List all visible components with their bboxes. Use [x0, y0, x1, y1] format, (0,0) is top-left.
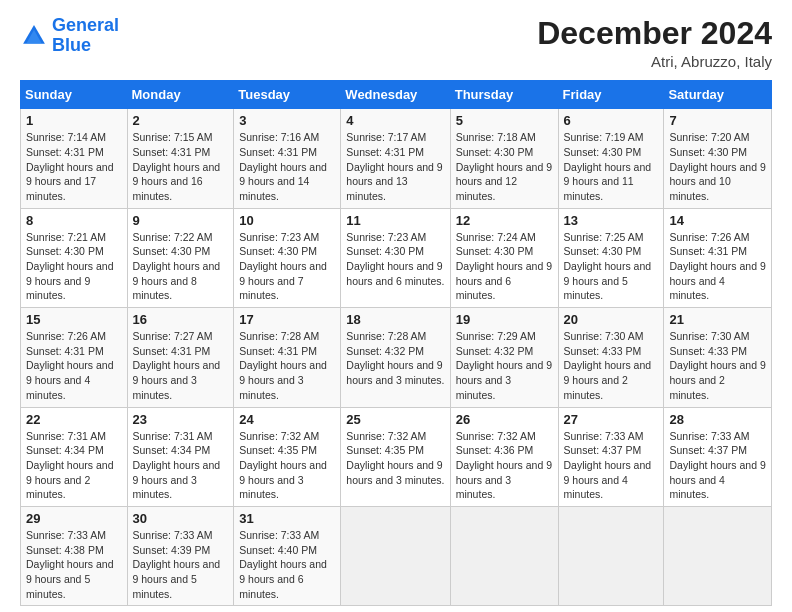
day-info: Sunrise: 7:26 AMSunset: 4:31 PMDaylight …	[26, 330, 114, 401]
day-number: 17	[239, 312, 335, 327]
day-number: 22	[26, 412, 122, 427]
col-thursday: Thursday	[450, 81, 558, 109]
col-wednesday: Wednesday	[341, 81, 450, 109]
calendar-week-row: 1 Sunrise: 7:14 AMSunset: 4:31 PMDayligh…	[21, 109, 772, 208]
day-info: Sunrise: 7:31 AMSunset: 4:34 PMDaylight …	[133, 430, 221, 501]
day-number: 29	[26, 511, 122, 526]
day-number: 11	[346, 213, 444, 228]
col-saturday: Saturday	[664, 81, 772, 109]
day-number: 28	[669, 412, 766, 427]
day-info: Sunrise: 7:15 AMSunset: 4:31 PMDaylight …	[133, 131, 221, 202]
col-tuesday: Tuesday	[234, 81, 341, 109]
day-info: Sunrise: 7:33 AMSunset: 4:39 PMDaylight …	[133, 529, 221, 600]
table-row: 11 Sunrise: 7:23 AMSunset: 4:30 PMDaylig…	[341, 208, 450, 307]
day-number: 3	[239, 113, 335, 128]
table-row: 17 Sunrise: 7:28 AMSunset: 4:31 PMDaylig…	[234, 308, 341, 407]
calendar-header-row: Sunday Monday Tuesday Wednesday Thursday…	[21, 81, 772, 109]
day-number: 9	[133, 213, 229, 228]
table-row: 15 Sunrise: 7:26 AMSunset: 4:31 PMDaylig…	[21, 308, 128, 407]
day-info: Sunrise: 7:28 AMSunset: 4:31 PMDaylight …	[239, 330, 327, 401]
table-row: 18 Sunrise: 7:28 AMSunset: 4:32 PMDaylig…	[341, 308, 450, 407]
table-row: 13 Sunrise: 7:25 AMSunset: 4:30 PMDaylig…	[558, 208, 664, 307]
day-info: Sunrise: 7:16 AMSunset: 4:31 PMDaylight …	[239, 131, 327, 202]
table-row: 23 Sunrise: 7:31 AMSunset: 4:34 PMDaylig…	[127, 407, 234, 506]
day-info: Sunrise: 7:28 AMSunset: 4:32 PMDaylight …	[346, 330, 444, 386]
table-row: 29 Sunrise: 7:33 AMSunset: 4:38 PMDaylig…	[21, 506, 128, 605]
day-number: 31	[239, 511, 335, 526]
day-info: Sunrise: 7:25 AMSunset: 4:30 PMDaylight …	[564, 231, 652, 302]
table-row: 1 Sunrise: 7:14 AMSunset: 4:31 PMDayligh…	[21, 109, 128, 208]
day-info: Sunrise: 7:26 AMSunset: 4:31 PMDaylight …	[669, 231, 765, 302]
month-title: December 2024	[537, 16, 772, 51]
table-row: 8 Sunrise: 7:21 AMSunset: 4:30 PMDayligh…	[21, 208, 128, 307]
table-row: 10 Sunrise: 7:23 AMSunset: 4:30 PMDaylig…	[234, 208, 341, 307]
day-number: 7	[669, 113, 766, 128]
table-row: 21 Sunrise: 7:30 AMSunset: 4:33 PMDaylig…	[664, 308, 772, 407]
table-row: 12 Sunrise: 7:24 AMSunset: 4:30 PMDaylig…	[450, 208, 558, 307]
day-info: Sunrise: 7:23 AMSunset: 4:30 PMDaylight …	[346, 231, 444, 287]
table-row: 7 Sunrise: 7:20 AMSunset: 4:30 PMDayligh…	[664, 109, 772, 208]
day-info: Sunrise: 7:33 AMSunset: 4:37 PMDaylight …	[564, 430, 652, 501]
day-number: 6	[564, 113, 659, 128]
table-row: 5 Sunrise: 7:18 AMSunset: 4:30 PMDayligh…	[450, 109, 558, 208]
calendar-week-row: 8 Sunrise: 7:21 AMSunset: 4:30 PMDayligh…	[21, 208, 772, 307]
day-number: 1	[26, 113, 122, 128]
day-number: 20	[564, 312, 659, 327]
day-number: 8	[26, 213, 122, 228]
day-info: Sunrise: 7:29 AMSunset: 4:32 PMDaylight …	[456, 330, 552, 401]
table-row: 27 Sunrise: 7:33 AMSunset: 4:37 PMDaylig…	[558, 407, 664, 506]
table-row: 30 Sunrise: 7:33 AMSunset: 4:39 PMDaylig…	[127, 506, 234, 605]
table-row: 9 Sunrise: 7:22 AMSunset: 4:30 PMDayligh…	[127, 208, 234, 307]
day-number: 18	[346, 312, 444, 327]
table-row	[664, 506, 772, 605]
logo-icon	[20, 22, 48, 50]
table-row: 14 Sunrise: 7:26 AMSunset: 4:31 PMDaylig…	[664, 208, 772, 307]
calendar: Sunday Monday Tuesday Wednesday Thursday…	[20, 80, 772, 606]
day-number: 5	[456, 113, 553, 128]
day-info: Sunrise: 7:21 AMSunset: 4:30 PMDaylight …	[26, 231, 114, 302]
calendar-week-row: 15 Sunrise: 7:26 AMSunset: 4:31 PMDaylig…	[21, 308, 772, 407]
day-info: Sunrise: 7:20 AMSunset: 4:30 PMDaylight …	[669, 131, 765, 202]
day-info: Sunrise: 7:33 AMSunset: 4:40 PMDaylight …	[239, 529, 327, 600]
day-info: Sunrise: 7:33 AMSunset: 4:37 PMDaylight …	[669, 430, 765, 501]
table-row: 22 Sunrise: 7:31 AMSunset: 4:34 PMDaylig…	[21, 407, 128, 506]
table-row: 3 Sunrise: 7:16 AMSunset: 4:31 PMDayligh…	[234, 109, 341, 208]
day-number: 2	[133, 113, 229, 128]
table-row: 4 Sunrise: 7:17 AMSunset: 4:31 PMDayligh…	[341, 109, 450, 208]
day-info: Sunrise: 7:32 AMSunset: 4:35 PMDaylight …	[239, 430, 327, 501]
day-info: Sunrise: 7:17 AMSunset: 4:31 PMDaylight …	[346, 131, 442, 202]
col-monday: Monday	[127, 81, 234, 109]
table-row: 26 Sunrise: 7:32 AMSunset: 4:36 PMDaylig…	[450, 407, 558, 506]
location: Atri, Abruzzo, Italy	[537, 53, 772, 70]
table-row: 20 Sunrise: 7:30 AMSunset: 4:33 PMDaylig…	[558, 308, 664, 407]
day-info: Sunrise: 7:19 AMSunset: 4:30 PMDaylight …	[564, 131, 652, 202]
table-row: 2 Sunrise: 7:15 AMSunset: 4:31 PMDayligh…	[127, 109, 234, 208]
day-number: 30	[133, 511, 229, 526]
table-row: 19 Sunrise: 7:29 AMSunset: 4:32 PMDaylig…	[450, 308, 558, 407]
table-row	[558, 506, 664, 605]
day-info: Sunrise: 7:22 AMSunset: 4:30 PMDaylight …	[133, 231, 221, 302]
header: General Blue December 2024 Atri, Abruzzo…	[20, 16, 772, 70]
day-number: 24	[239, 412, 335, 427]
day-info: Sunrise: 7:18 AMSunset: 4:30 PMDaylight …	[456, 131, 552, 202]
table-row: 24 Sunrise: 7:32 AMSunset: 4:35 PMDaylig…	[234, 407, 341, 506]
day-number: 12	[456, 213, 553, 228]
day-info: Sunrise: 7:14 AMSunset: 4:31 PMDaylight …	[26, 131, 114, 202]
day-info: Sunrise: 7:32 AMSunset: 4:36 PMDaylight …	[456, 430, 552, 501]
day-number: 19	[456, 312, 553, 327]
day-number: 26	[456, 412, 553, 427]
day-number: 4	[346, 113, 444, 128]
calendar-week-row: 29 Sunrise: 7:33 AMSunset: 4:38 PMDaylig…	[21, 506, 772, 605]
col-sunday: Sunday	[21, 81, 128, 109]
day-info: Sunrise: 7:32 AMSunset: 4:35 PMDaylight …	[346, 430, 444, 486]
day-number: 10	[239, 213, 335, 228]
table-row: 25 Sunrise: 7:32 AMSunset: 4:35 PMDaylig…	[341, 407, 450, 506]
logo: General Blue	[20, 16, 119, 56]
logo-text: General Blue	[52, 16, 119, 56]
day-number: 15	[26, 312, 122, 327]
day-number: 16	[133, 312, 229, 327]
day-number: 23	[133, 412, 229, 427]
day-number: 13	[564, 213, 659, 228]
day-info: Sunrise: 7:31 AMSunset: 4:34 PMDaylight …	[26, 430, 114, 501]
day-info: Sunrise: 7:30 AMSunset: 4:33 PMDaylight …	[564, 330, 652, 401]
